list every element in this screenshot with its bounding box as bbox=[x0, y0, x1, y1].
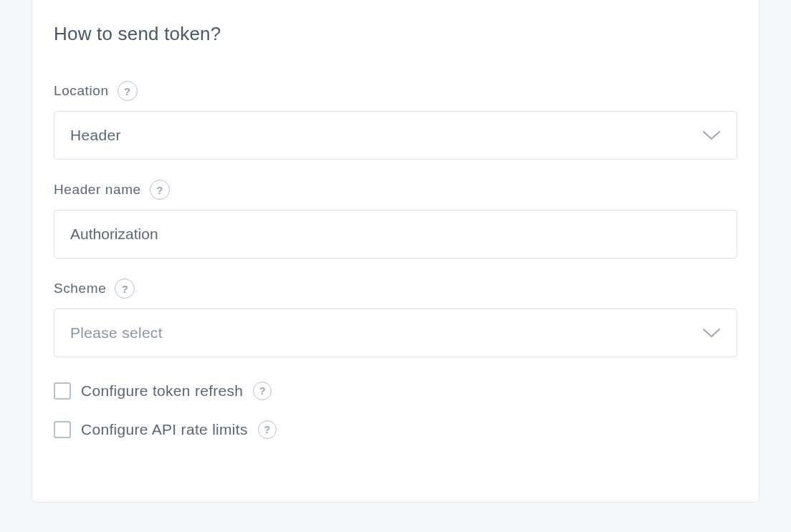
scheme-select[interactable]: Please select bbox=[54, 309, 737, 357]
location-field-group: Location ? Header bbox=[54, 81, 737, 160]
help-icon[interactable]: ? bbox=[253, 382, 272, 400]
token-refresh-label: Configure token refresh bbox=[81, 382, 243, 400]
help-icon[interactable]: ? bbox=[150, 180, 170, 200]
header-name-label-row: Header name ? bbox=[54, 180, 737, 200]
header-name-input[interactable] bbox=[54, 210, 737, 258]
token-refresh-row: Configure token refresh ? bbox=[54, 382, 737, 400]
location-label-row: Location ? bbox=[54, 81, 737, 101]
location-select[interactable]: Header bbox=[54, 111, 737, 160]
chevron-down-icon bbox=[702, 324, 721, 342]
help-icon[interactable]: ? bbox=[118, 81, 138, 101]
section-title: How to send token? bbox=[54, 23, 737, 45]
scheme-field-group: Scheme ? Please select bbox=[54, 279, 737, 357]
location-label: Location bbox=[54, 83, 109, 99]
token-refresh-checkbox[interactable] bbox=[54, 382, 71, 400]
header-name-field-group: Header name ? bbox=[54, 180, 737, 258]
rate-limits-label: Configure API rate limits bbox=[81, 421, 248, 438]
rate-limits-row: Configure API rate limits ? bbox=[54, 420, 737, 439]
header-name-label: Header name bbox=[54, 182, 141, 198]
scheme-label: Scheme bbox=[54, 281, 106, 296]
token-config-card: How to send token? Location ? Header Hea… bbox=[32, 0, 759, 503]
rate-limits-checkbox[interactable] bbox=[54, 421, 71, 438]
help-icon[interactable]: ? bbox=[258, 420, 277, 439]
scheme-select-placeholder: Please select bbox=[70, 324, 721, 342]
location-select-value: Header bbox=[70, 127, 721, 144]
scheme-label-row: Scheme ? bbox=[54, 279, 737, 299]
help-icon[interactable]: ? bbox=[115, 279, 135, 299]
chevron-down-icon bbox=[702, 127, 721, 144]
